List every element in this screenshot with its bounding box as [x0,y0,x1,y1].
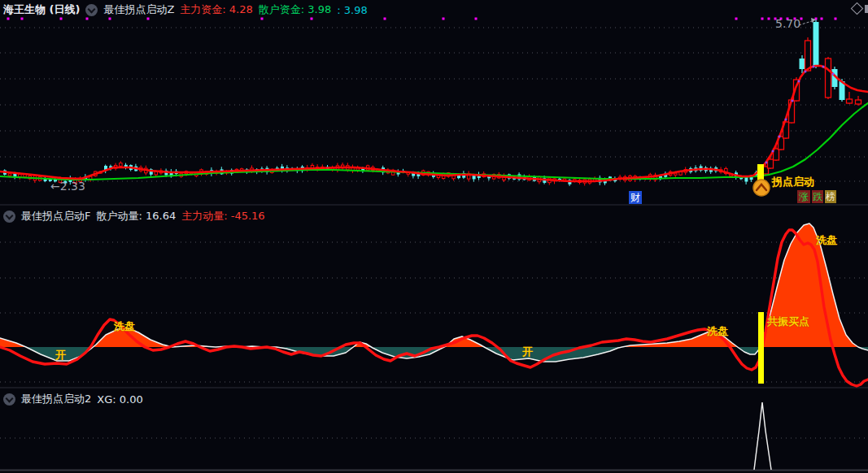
high-price-label: 5.70 [775,18,800,29]
partial-toolbar-icon[interactable] [865,5,868,13]
washout-label-1: 洗盘 [114,321,135,332]
open-label-1: 开 [55,349,66,360]
retail-fund-value: 散户资金: 3.98 [259,2,331,17]
rank-button[interactable]: 榜 [825,190,836,203]
turning-point-label: 拐点启动 [772,176,814,187]
washout-label-3: 洗盘 [816,235,837,245]
washout-label-2: 洗盘 [707,326,728,336]
panel2-header: 最佳拐点启动F 散户动量: 16.64 主力动量: -45.16 [3,207,265,225]
chevron-down-icon[interactable] [3,210,15,223]
resonance-buy-label: 共振买点 [767,316,809,327]
rise-button[interactable]: 涨 [797,190,810,203]
fall-button[interactable]: 跌 [812,190,823,203]
retail-fund-value2: : 3.98 [337,4,367,16]
finance-button[interactable]: 财 [629,191,642,204]
chevron-down-icon[interactable] [85,4,98,16]
low-price-label: ←2.33 [50,180,85,192]
open-label-2: 开 [522,346,533,357]
panel3-header: 最佳拐点启动2 XG: 0.00 [3,390,143,408]
main-fund-value: 主力资金: 4.28 [180,2,252,17]
indicator2-name[interactable]: 最佳拐点启动F [21,209,90,223]
rank-buttons[interactable]: 涨 跌 榜 [797,190,836,203]
indicator3-name[interactable]: 最佳拐点启动2 [21,392,91,406]
stock-chart-window: 海王生物 (日线) 最佳拐点启动Z 主力资金: 4.28 散户资金: 3.98 … [0,0,868,473]
retail-momentum-value: 散户动量: 16.64 [96,209,176,223]
stock-title: 海王生物 (日线) [3,2,80,17]
indicator1-name[interactable]: 最佳拐点启动Z [103,2,174,17]
panel1-header: 海王生物 (日线) 最佳拐点启动Z 主力资金: 4.28 散户资金: 3.98 … [3,1,368,19]
chevron-down-icon[interactable] [3,393,15,406]
xg-value: XG: 0.00 [97,393,142,406]
main-momentum-value: 主力动量: -45.16 [181,209,264,223]
